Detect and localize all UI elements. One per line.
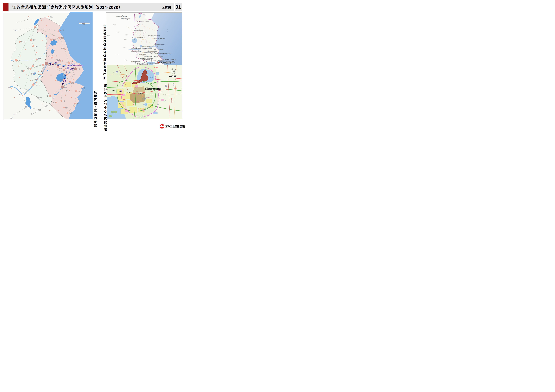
- scale-unit: 公里: [83, 24, 85, 25]
- city-label: 南通: [70, 61, 73, 63]
- city-dot: [58, 30, 59, 32]
- resort-label: 无锡太湖山水城旅游度假区: [153, 60, 164, 61]
- city-dot: [51, 57, 53, 58]
- rect: [82, 23, 85, 23]
- ring-city-label: 无锡: [113, 72, 115, 73]
- city-dot: [69, 90, 70, 91]
- map-label: 无锡市: [120, 76, 124, 77]
- scale-tick: 5000: [171, 75, 173, 76]
- resort-label: 无锡太湖国家旅游度假区: [142, 61, 153, 63]
- faint-city-dot: [117, 32, 117, 33]
- resort-dot: [122, 15, 123, 16]
- resort-dot: [154, 52, 155, 53]
- resort-dot: [144, 48, 145, 49]
- resort-dot: [138, 64, 139, 65]
- city-dot: [41, 21, 42, 21]
- resort-label: 吴江东太湖旅游度假区: [139, 64, 148, 65]
- city-dot: [40, 74, 42, 75]
- map-label: 太仓市: [172, 78, 177, 80]
- city-dot: [19, 41, 21, 43]
- resort-dot: [134, 30, 135, 31]
- resort-label: 张家港双山岛文化旅游度假区: [155, 53, 168, 54]
- resort-label: 大丰麋鹿生态旅游度假区: [154, 44, 165, 45]
- city-label: 绍兴: [66, 90, 68, 92]
- resort-label: 姜堰溱湖旅游度假区: [147, 51, 156, 52]
- faint-city-dot: [125, 35, 126, 35]
- city-dot: [32, 84, 34, 86]
- resort-label: 徐州吕梁山旅游度假区: [121, 18, 131, 19]
- city-label: 景德镇: [37, 97, 42, 99]
- city-label: 新余: [13, 114, 15, 115]
- city-label: 宿州: [35, 45, 37, 47]
- city-dot: [22, 95, 23, 96]
- caption-delta-position: 度假区在长三角的位置: [93, 91, 97, 128]
- map-label: 平江区: [137, 94, 140, 95]
- faint-city-label: 宿州: [117, 32, 119, 33]
- city-dot: [34, 26, 36, 28]
- city-dot: [15, 59, 18, 61]
- resort-name-label: 苏州阳澄湖半岛旅游度假区: [67, 64, 84, 66]
- resort-dot: [135, 62, 136, 64]
- city-label: 合肥: [26, 67, 29, 69]
- city-map-scalebar: [169, 76, 176, 77]
- scale-tick: 10000m: [174, 75, 177, 76]
- city-label: 湖州: [60, 79, 63, 81]
- city-label: 徐州: [36, 25, 39, 26]
- map-label: 沪宁高速公路: [158, 92, 162, 93]
- header-red-square: [3, 3, 8, 11]
- ring-city-inner: [117, 72, 117, 72]
- page-title: 江苏省苏州阳澄湖半岛旅游度假区总体规划（2014-2030）: [12, 4, 123, 10]
- city-dot: [29, 68, 31, 70]
- city-dot: [67, 112, 68, 114]
- city-label: 宁波: [78, 90, 80, 92]
- resort-label: 苏州太湖国家旅游度假区: [149, 63, 159, 64]
- faint-city-dot: [107, 35, 108, 36]
- scale-tick: 50: [84, 21, 85, 22]
- city-dot: [48, 16, 49, 17]
- faint-city-label: 阜阳: [108, 35, 110, 36]
- resort-label: 武进太湖湾旅游度假区: [142, 59, 152, 60]
- resort-label: 骆马湖旅游度假区: [135, 30, 143, 31]
- city-label: 南昌: [25, 106, 28, 108]
- city-dot: [45, 62, 48, 65]
- resort-dot: [138, 50, 139, 51]
- city-dot: [60, 60, 61, 62]
- resort-label: 盐城沿海湿地旅游度假区: [155, 38, 166, 39]
- city-label: 镇江: [55, 63, 58, 65]
- resort-name-label: 苏州阳澄湖半岛旅游度假区: [145, 88, 161, 90]
- rect: [85, 23, 90, 24]
- city-dot: [74, 67, 77, 70]
- city-dot: [74, 103, 76, 104]
- map-label: 工业园区: [146, 97, 150, 98]
- city-label: 淮安: [61, 37, 64, 39]
- map-label: 娄葑镇: [147, 107, 150, 108]
- city-dot: [32, 45, 34, 47]
- city-label: 南京: [48, 65, 51, 67]
- map-label: 沧浪区: [137, 101, 140, 102]
- city-label: 吉安: [10, 117, 13, 119]
- map-label: 相城区: [135, 87, 139, 88]
- map-label: 太湖: [112, 112, 116, 114]
- city-label: 临沂: [50, 16, 53, 18]
- faint-city-label: 芜湖: [126, 60, 127, 61]
- resort-dot: [144, 56, 145, 57]
- city-dot: [11, 88, 12, 89]
- resort-label: 太仓江苏长江口旅游度假区: [164, 59, 176, 60]
- resort-label: 连云港市温泉旅游度假区: [139, 21, 149, 22]
- faint-city-label: 淮北: [114, 24, 116, 25]
- faint-city-label: 巢湖: [117, 54, 118, 55]
- city-label: 泰州: [57, 59, 60, 61]
- city-label: 巢湖: [30, 72, 33, 74]
- map-label: 常熟市: [154, 67, 159, 69]
- city-label: 舟山: [82, 87, 85, 89]
- resort-label: 无锡阳山生态休闲旅游度假区: [140, 57, 152, 59]
- plan-sheet: 江苏省苏州阳澄湖半岛旅游度假区总体规划（2014-2030） 区位图 01: [0, 0, 185, 131]
- city-dot: [33, 73, 35, 74]
- city-label: 宿迁: [53, 39, 56, 41]
- map-label: 阳澄湖: [148, 76, 153, 78]
- header-bar: 江苏省苏州阳澄湖半岛旅游度假区总体规划（2014-2030） 区位图: [9, 3, 174, 11]
- city-dot: [37, 78, 38, 79]
- rect: [79, 23, 82, 23]
- city-label: 鹰潭: [38, 109, 41, 111]
- city-label: 金华: [62, 100, 65, 102]
